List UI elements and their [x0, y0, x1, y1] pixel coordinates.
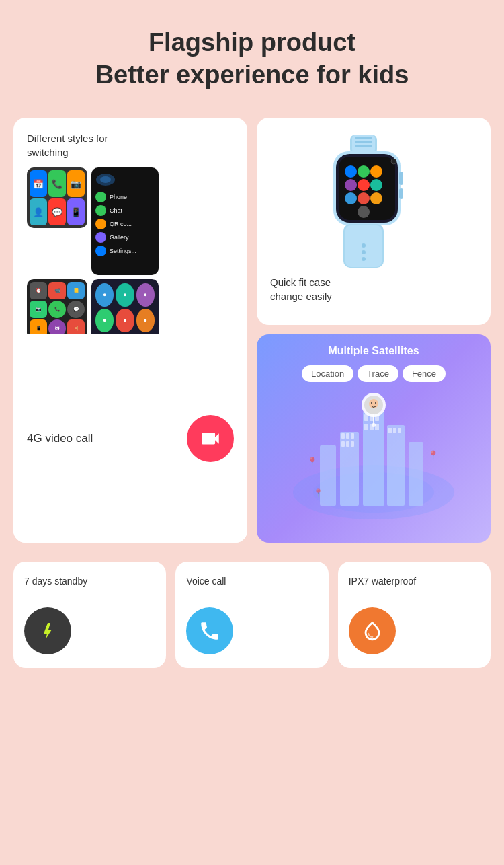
- svg-marker-59: [44, 623, 52, 639]
- app-icon-message: 💬: [48, 198, 66, 225]
- svg-rect-4: [355, 137, 372, 139]
- svg-point-17: [358, 192, 370, 204]
- svg-point-15: [370, 179, 382, 191]
- svg-rect-20: [399, 172, 403, 185]
- video-call-icon: [187, 415, 234, 462]
- card-watch-title: Quick fit case change easily: [270, 275, 477, 303]
- card-standby-title: 7 days standby: [24, 575, 87, 589]
- menu-settings: Settings...: [95, 246, 155, 256]
- svg-rect-41: [364, 424, 368, 430]
- face-dark-menu: Phone Chat QR co... Gallery: [91, 167, 159, 275]
- svg-point-11: [358, 165, 370, 178]
- svg-point-12: [370, 165, 382, 178]
- app-icon-calendar: 📅: [30, 170, 47, 197]
- bottom-row: 7 days standby Voice call IPX7 waterproo…: [13, 562, 491, 668]
- page: Flagship product Better experience for k…: [0, 0, 504, 865]
- card-video: 4G video call: [13, 334, 247, 543]
- hero-title: Flagship product Better experience for k…: [13, 20, 491, 98]
- svg-point-19: [358, 206, 370, 218]
- svg-rect-35: [346, 441, 349, 447]
- face-colorful: 📅 📞 📷 👤 💬 📱: [27, 167, 87, 228]
- svg-point-24: [362, 250, 366, 254]
- watch-image-area: [270, 131, 477, 272]
- menu-chat: Chat: [95, 205, 155, 216]
- svg-rect-36: [351, 441, 354, 447]
- svg-point-27: [391, 159, 396, 164]
- card-watch: Quick fit case change easily: [257, 118, 491, 325]
- svg-rect-6: [355, 145, 372, 147]
- satellite-title: Multiple Satellites: [328, 345, 419, 357]
- tab-location[interactable]: Location: [302, 365, 353, 382]
- card-standby: 7 days standby: [13, 562, 166, 668]
- voice-icon: [186, 607, 233, 654]
- svg-point-10: [345, 165, 357, 178]
- svg-point-55: [372, 423, 376, 427]
- svg-point-25: [362, 257, 366, 261]
- menu-qr: QR co...: [95, 219, 155, 229]
- tab-fence[interactable]: Fence: [403, 365, 446, 382]
- svg-point-52: [369, 399, 378, 408]
- city-scene: 📍 📍 📍: [267, 391, 480, 526]
- menu-phone: Phone: [95, 192, 155, 202]
- svg-text:📍: 📍: [306, 457, 319, 468]
- app-icon-contact: 👤: [30, 198, 47, 225]
- card-voice-title: Voice call: [186, 575, 226, 589]
- app-icon-viber: 📱: [67, 198, 85, 225]
- svg-point-13: [345, 179, 357, 191]
- standby-icon: [24, 607, 71, 654]
- app-icon-camera: 📷: [67, 170, 85, 197]
- face-small-grid: ⏰ 📹 📒 📷 📞 💬 📱 🖼 🪜: [27, 279, 87, 340]
- svg-rect-5: [355, 141, 372, 143]
- tab-trace[interactable]: Trace: [358, 365, 398, 382]
- svg-rect-21: [399, 188, 403, 199]
- waterproof-icon: [349, 607, 396, 654]
- svg-point-53: [371, 402, 372, 404]
- svg-text:📍: 📍: [313, 488, 323, 498]
- app-icon-phone: 📞: [48, 170, 66, 197]
- svg-rect-49: [409, 442, 423, 506]
- svg-rect-32: [346, 433, 349, 439]
- svg-point-54: [375, 402, 376, 404]
- svg-point-18: [370, 192, 382, 204]
- main-grid: Different styles for switching 📅 📞 📷 👤 💬…: [13, 118, 491, 552]
- svg-rect-44: [387, 425, 405, 506]
- svg-rect-33: [351, 433, 354, 439]
- satellite-tabs: Location Trace Fence: [302, 365, 446, 382]
- svg-rect-45: [388, 428, 392, 433]
- svg-rect-31: [341, 433, 345, 439]
- svg-rect-34: [341, 441, 345, 447]
- svg-point-14: [358, 179, 370, 191]
- svg-point-16: [345, 192, 357, 204]
- watch-illustration: [306, 131, 441, 272]
- card-waterproof-title: IPX7 waterproof: [349, 575, 416, 589]
- svg-point-26: [362, 243, 366, 248]
- menu-gallery: Gallery: [95, 232, 155, 243]
- svg-text:📍: 📍: [427, 450, 439, 461]
- svg-rect-46: [393, 428, 396, 433]
- card-voice: Voice call: [175, 562, 328, 668]
- svg-point-1: [100, 176, 111, 183]
- card-waterproof: IPX7 waterproof: [338, 562, 491, 668]
- card-video-title: 4G video call: [27, 430, 93, 447]
- svg-rect-47: [398, 428, 401, 433]
- card-satellite: Multiple Satellites Location Trace Fence: [257, 334, 491, 543]
- card-styles-title: Different styles for switching: [27, 131, 234, 159]
